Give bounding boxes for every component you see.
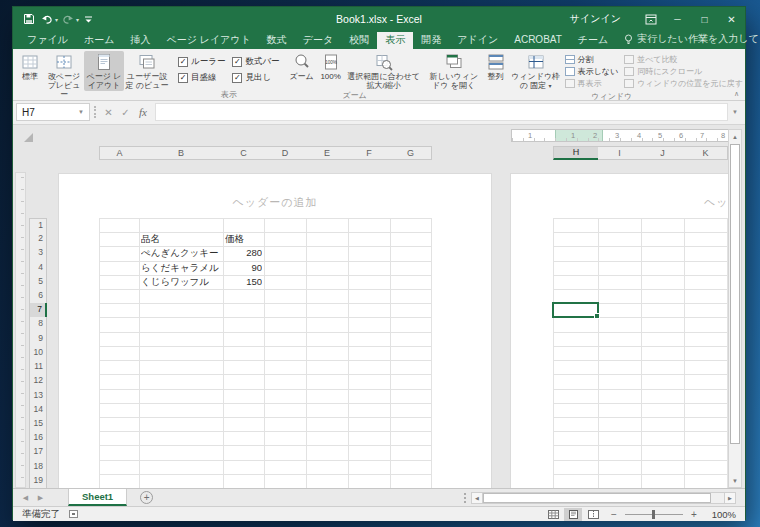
minimize-icon[interactable]: ─ [664, 7, 691, 31]
macro-record-icon[interactable] [69, 510, 78, 518]
row-header-7[interactable]: 7 [29, 303, 47, 318]
horizontal-scroll-thumb[interactable] [483, 493, 711, 503]
column-header-H[interactable]: H [553, 146, 599, 160]
custom-views-button[interactable]: ユーザー設定 のビュー [124, 51, 170, 91]
save-icon[interactable] [20, 11, 37, 28]
active-cell[interactable] [552, 302, 599, 318]
sheet-nav-right-icon[interactable]: ▶ [33, 489, 48, 506]
tell-me-box[interactable]: 実行したい作業を入力してください [616, 32, 760, 49]
column-header-K[interactable]: K [684, 146, 728, 160]
column-header-D[interactable]: D [264, 146, 307, 160]
undo-caret-icon[interactable]: ▾ [55, 16, 58, 23]
cell-C3[interactable]: 280 [225, 246, 262, 260]
column-header-J[interactable]: J [641, 146, 685, 160]
show-checkbox-0[interactable]: ✓ルーラー [178, 56, 225, 68]
vertical-scrollbar[interactable]: ▲ ▼ [728, 129, 742, 488]
collapse-ribbon-icon[interactable]: ∧ [734, 90, 739, 98]
page-break-view-toggle[interactable] [584, 508, 602, 521]
name-box-caret-icon[interactable]: ▼ [78, 109, 84, 115]
cancel-icon[interactable]: ✕ [100, 107, 117, 118]
row-header-12[interactable]: 12 [29, 374, 47, 389]
column-header-C[interactable]: C [223, 146, 265, 160]
undo-icon[interactable] [38, 11, 55, 28]
grid-canvas[interactable]: ヘッダーの追加 ヘッダーの追加 123456789101112131415161… [13, 162, 745, 488]
row-header-1[interactable]: 1 [29, 218, 47, 233]
row-header-19[interactable]: 19 [29, 474, 47, 488]
row-header-10[interactable]: 10 [29, 346, 47, 361]
zoom-in-icon[interactable]: + [688, 509, 700, 520]
maximize-icon[interactable]: □ [691, 7, 718, 31]
column-header-G[interactable]: G [390, 146, 432, 160]
split-button[interactable]: 分割 [565, 55, 619, 64]
page-header-placeholder[interactable]: ヘッダーの追加 [59, 195, 491, 210]
horizontal-scroll-track[interactable] [483, 492, 724, 504]
row-header-2[interactable]: 2 [29, 232, 47, 247]
row-header-14[interactable]: 14 [29, 403, 47, 418]
show-checkbox-3[interactable]: ✓見出し [232, 72, 279, 84]
row-header-11[interactable]: 11 [29, 360, 47, 375]
ribbon-tab-6[interactable]: 校閲 [341, 32, 377, 49]
new-window-button[interactable]: 新しいウィンドウ を開く [426, 51, 482, 91]
customize-qat-icon[interactable] [80, 11, 97, 28]
row-header-16[interactable]: 16 [29, 431, 47, 446]
page-layout-view-toggle[interactable] [564, 508, 582, 521]
vertical-ruler[interactable] [15, 172, 26, 488]
cell-B4[interactable]: らくだキャラメル [141, 261, 221, 275]
zoom-slider[interactable] [625, 514, 683, 515]
horizontal-scrollbar[interactable]: ◀ ▶ [464, 492, 736, 504]
enter-icon[interactable]: ✓ [117, 107, 134, 118]
sign-in[interactable]: サインイン [554, 12, 637, 26]
normal-view-toggle[interactable] [544, 508, 562, 521]
formula-bar-expand-icon[interactable]: ▼ [728, 109, 742, 115]
row-header-3[interactable]: 3 [29, 246, 47, 261]
scrollbar-resize-handle[interactable] [464, 493, 466, 503]
row-header-17[interactable]: 17 [29, 445, 47, 460]
column-header-E[interactable]: E [306, 146, 349, 160]
ribbon-tab-3[interactable]: ページ レイアウト [158, 32, 258, 49]
show-checkbox-1[interactable]: ✓数式バー [232, 56, 279, 68]
zoom-100-button[interactable]: 100% 100% [316, 51, 346, 82]
vertical-scroll-thumb[interactable] [730, 144, 740, 444]
row-header-9[interactable]: 9 [29, 332, 47, 347]
freeze-panes-button[interactable]: ウィンドウ枠の 固定 ▾ [510, 51, 562, 92]
row-header-15[interactable]: 15 [29, 417, 47, 432]
column-header-I[interactable]: I [598, 146, 642, 160]
ribbon-tab-0[interactable]: ファイル [19, 32, 76, 49]
select-all-corner[interactable] [24, 133, 33, 142]
normal-view-button[interactable]: 標準 [16, 51, 44, 82]
column-header-A[interactable]: A [99, 146, 140, 160]
zoom-slider-thumb[interactable] [652, 510, 655, 519]
page-break-preview-button[interactable]: 改ページ プレビュー [44, 51, 84, 100]
ribbon-display-options-icon[interactable] [637, 7, 664, 31]
scroll-right-icon[interactable]: ▶ [724, 492, 736, 504]
zoom-button[interactable]: ズーム [288, 51, 316, 82]
page-header-placeholder[interactable]: ヘッダーの追加 [704, 195, 729, 210]
cell-B2[interactable]: 品名 [141, 232, 221, 246]
scroll-down-icon[interactable]: ▼ [729, 474, 741, 487]
close-icon[interactable]: ✕ [718, 7, 745, 31]
cell-C2[interactable]: 価格 [225, 232, 262, 246]
ribbon-tab-5[interactable]: データ [295, 32, 341, 49]
row-header-4[interactable]: 4 [29, 261, 47, 276]
sheet-nav-left-icon[interactable]: ◀ [18, 489, 33, 506]
ribbon-tab-10[interactable]: ACROBAT [506, 32, 570, 49]
horizontal-ruler[interactable]: 112345678 [511, 129, 729, 142]
ribbon-tab-8[interactable]: 開発 [413, 32, 449, 49]
zoom-to-selection-button[interactable]: 選択範囲に合わせて 拡大/縮小 [346, 51, 422, 91]
zoom-level[interactable]: 100% [704, 509, 736, 520]
add-sheet-icon[interactable]: + [140, 491, 153, 504]
ribbon-tab-1[interactable]: ホーム [76, 32, 122, 49]
ribbon-tab-11[interactable]: チーム [570, 32, 616, 49]
row-header-13[interactable]: 13 [29, 389, 47, 404]
show-checkbox-2[interactable]: ✓目盛線 [178, 72, 225, 84]
column-header-B[interactable]: B [139, 146, 224, 160]
formula-input[interactable] [155, 103, 728, 121]
name-box[interactable]: H7 ▼ [16, 103, 90, 121]
ribbon-tab-4[interactable]: 数式 [259, 32, 295, 49]
column-header-F[interactable]: F [348, 146, 391, 160]
row-header-18[interactable]: 18 [29, 460, 47, 475]
ribbon-tab-2[interactable]: 挿入 [122, 32, 158, 49]
zoom-out-icon[interactable]: − [608, 509, 620, 520]
cell-B3[interactable]: ぺんぎんクッキー [141, 246, 221, 260]
cell-C4[interactable]: 90 [225, 261, 262, 275]
